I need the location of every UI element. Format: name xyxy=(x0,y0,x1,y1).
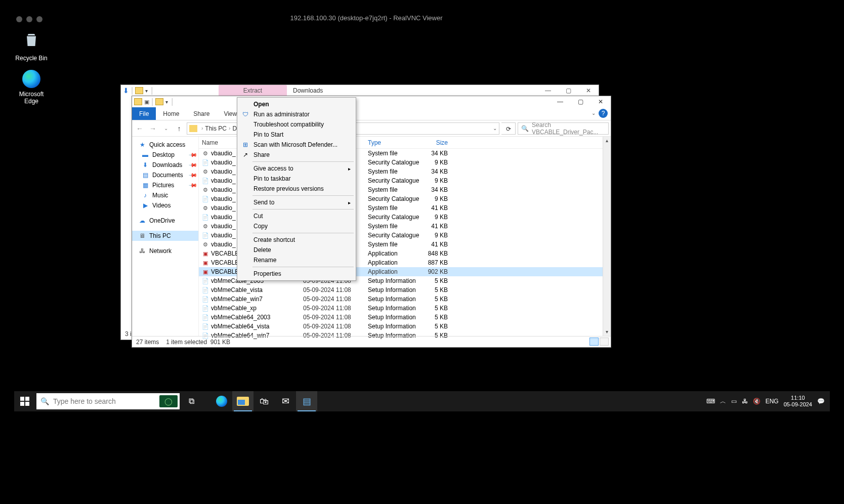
maximize-button[interactable]: ▢ xyxy=(558,85,578,96)
ctx-run-as-admin[interactable]: 🛡Run as administrator xyxy=(238,109,355,119)
taskbar-task-view[interactable]: ⧉ xyxy=(181,391,202,411)
tray-clock[interactable]: 11:10 05-09-2024 xyxy=(784,395,812,408)
minimize-button[interactable]: — xyxy=(538,85,558,96)
file-size: 9 KB xyxy=(420,232,451,239)
nav-network[interactable]: 🖧Network xyxy=(132,246,198,256)
close-button[interactable]: ✕ xyxy=(590,96,611,107)
edge-icon xyxy=(22,70,40,88)
ctx-troubleshoot[interactable]: Troubleshoot compatibility xyxy=(238,119,355,130)
nav-quick-access[interactable]: ★Quick access xyxy=(132,140,198,150)
maximize-button[interactable]: ▢ xyxy=(570,96,590,107)
ctx-delete[interactable]: Delete xyxy=(238,245,355,255)
address-dropdown-icon[interactable]: ⌄ xyxy=(493,125,497,131)
breadcrumb-this-pc[interactable]: This PC xyxy=(205,125,227,132)
file-type-icon: ⚙ xyxy=(202,168,209,175)
table-row[interactable]: 📄vbMmeCable_xp05-09-2024 11:08Setup Info… xyxy=(199,304,611,313)
nav-downloads[interactable]: ⬇Downloads📌 xyxy=(132,160,198,170)
file-size: 5 KB xyxy=(420,296,451,303)
shield-icon: 🛡 xyxy=(241,111,249,118)
file-size: 9 KB xyxy=(420,195,451,202)
ribbon-tab-file[interactable]: File xyxy=(132,107,156,120)
ribbon-tab-home[interactable]: Home xyxy=(156,107,186,120)
ctx-cut[interactable]: Cut xyxy=(238,211,355,221)
close-button[interactable]: ✕ xyxy=(578,85,599,96)
tray-network-icon[interactable]: 🖧 xyxy=(742,398,748,405)
desktop-microsoft-edge[interactable]: Microsoft Edge xyxy=(11,70,52,105)
pin-icon: 📌 xyxy=(188,160,197,170)
ctx-properties[interactable]: Properties xyxy=(238,269,355,279)
column-size[interactable]: Size xyxy=(420,139,451,146)
minimize-button[interactable]: — xyxy=(550,96,570,107)
ctx-pin-taskbar[interactable]: Pin to taskbar xyxy=(238,174,355,184)
taskbar-app[interactable]: ▤ xyxy=(296,391,317,411)
desktop-icon: ▬ xyxy=(141,151,149,159)
column-type[interactable]: Type xyxy=(368,139,420,146)
nav-documents[interactable]: ▤Documents📌 xyxy=(132,170,198,180)
tray-notifications-icon[interactable]: 💬 xyxy=(817,398,825,405)
ctx-rename[interactable]: Rename xyxy=(238,255,355,265)
share-icon: ↗ xyxy=(241,151,249,158)
table-row[interactable]: 📄vbMmeCable_win705-09-2024 11:08Setup In… xyxy=(199,295,611,304)
tray-meet-now-icon[interactable]: ▭ xyxy=(731,398,737,405)
table-row[interactable]: 📄vbMmeCable_vista05-09-2024 11:08Setup I… xyxy=(199,285,611,295)
scroll-up-icon[interactable]: ▴ xyxy=(603,137,611,145)
vnc-window-title: 192.168.100.30 (desktop-e7jq2rt) - RealV… xyxy=(15,14,718,22)
nav-recent-dropdown[interactable]: ⌄ xyxy=(160,125,172,131)
ctx-share[interactable]: ↗Share xyxy=(238,150,355,160)
tray-keyboard-icon[interactable]: ⌨ xyxy=(706,398,715,405)
nav-onedrive[interactable]: ☁OneDrive xyxy=(132,216,198,226)
ctx-send-to[interactable]: Send to▸ xyxy=(238,197,355,207)
nav-up-button[interactable]: ↑ xyxy=(174,124,185,133)
tray-chevron-up-icon[interactable]: ︿ xyxy=(720,397,726,406)
ctx-copy[interactable]: Copy xyxy=(238,221,355,231)
tray-language[interactable]: ENG xyxy=(766,398,779,405)
file-type: System file xyxy=(368,168,420,175)
search-input[interactable]: 🔍 Search VBCABLE_Driver_Pac... xyxy=(518,122,609,135)
nav-pictures[interactable]: ▦Pictures📌 xyxy=(132,180,198,190)
desktop-recycle-bin[interactable]: Recycle Bin xyxy=(11,28,52,62)
start-button[interactable] xyxy=(14,391,35,411)
ctx-separator xyxy=(252,195,354,196)
nav-desktop[interactable]: ▬Desktop📌 xyxy=(132,150,198,160)
file-size: 41 KB xyxy=(420,204,451,212)
ctx-give-access[interactable]: Give access to▸ xyxy=(238,163,355,174)
file-size: 41 KB xyxy=(420,241,451,248)
file-size: 5 KB xyxy=(420,286,451,293)
ribbon-tab-share[interactable]: Share xyxy=(186,107,217,120)
cortana-button[interactable]: ◯ xyxy=(159,395,178,407)
nav-back-button[interactable]: ← xyxy=(134,124,145,133)
nav-music[interactable]: ♪Music xyxy=(132,190,198,200)
search-placeholder: Type here to search xyxy=(53,397,116,405)
ctx-pin-start[interactable]: Pin to Start xyxy=(238,130,355,140)
ctx-open[interactable]: Open xyxy=(238,99,355,109)
extract-tab[interactable]: Extract xyxy=(219,85,287,96)
ctx-create-shortcut[interactable]: Create shortcut xyxy=(238,235,355,245)
view-details-button[interactable] xyxy=(589,338,599,346)
taskbar-search-input[interactable]: 🔍 Type here to search ◯ xyxy=(36,393,180,409)
taskbar-mail[interactable]: ✉ xyxy=(275,391,296,411)
file-type-icon: 📄 xyxy=(202,286,209,293)
file-size: 887 KB xyxy=(420,259,451,266)
taskbar-file-explorer[interactable] xyxy=(232,391,254,411)
pin-icon: 📌 xyxy=(188,180,197,190)
nav-this-pc[interactable]: 🖥This PC xyxy=(132,231,198,241)
ctx-restore-versions[interactable]: Restore previous versions xyxy=(238,184,355,194)
vertical-scrollbar[interactable]: ▴ ▾ xyxy=(603,137,611,336)
file-name: vbaudio_ xyxy=(211,150,236,157)
view-thumbnails-button[interactable] xyxy=(600,338,609,346)
scroll-down-icon[interactable]: ▾ xyxy=(603,328,611,336)
taskbar-store[interactable]: 🛍 xyxy=(254,391,275,411)
ctx-scan-defender[interactable]: ⊞Scan with Microsoft Defender... xyxy=(238,140,355,150)
taskbar-edge[interactable] xyxy=(211,391,232,411)
help-button[interactable]: ? xyxy=(599,109,608,118)
file-name: vbaudio_ xyxy=(211,159,236,166)
table-row[interactable]: 📄vbMmeCable64_vista05-09-2024 11:08Setup… xyxy=(199,322,611,331)
address-toolbar: ← → ⌄ ↑ › This PC › Downlo ⌄ ⟳ 🔍 Search … xyxy=(132,120,611,137)
nav-videos[interactable]: ▶Videos xyxy=(132,200,198,211)
qat-save-icon[interactable]: ▣ xyxy=(144,99,149,105)
refresh-button[interactable]: ⟳ xyxy=(501,122,516,135)
title-bar[interactable]: ▣ | ▾ | — ▢ ✕ xyxy=(132,96,611,107)
tray-volume-icon[interactable]: 🔇 xyxy=(753,398,761,405)
table-row[interactable]: 📄vbMmeCable64_200305-09-2024 11:08Setup … xyxy=(199,313,611,322)
ribbon-expand-icon[interactable]: ⌄ xyxy=(592,110,596,116)
